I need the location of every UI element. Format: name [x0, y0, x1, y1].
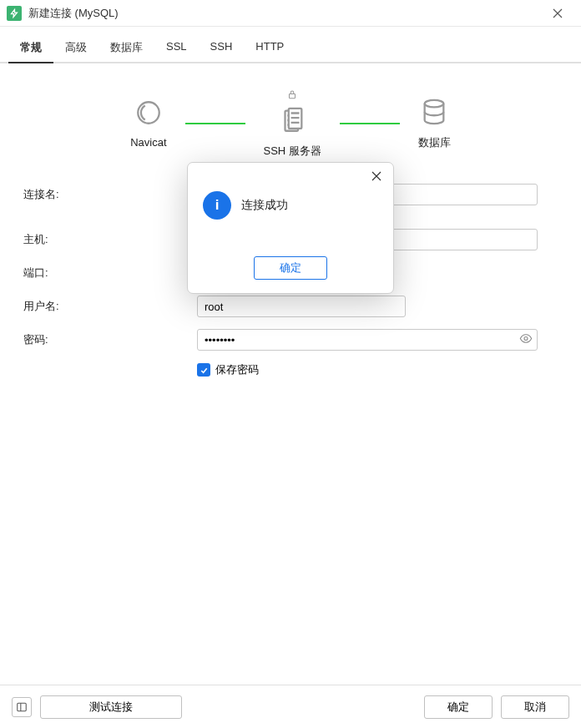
info-icon: i: [203, 191, 231, 220]
save-password-checkbox[interactable]: [197, 363, 210, 377]
dialog-ok-button[interactable]: 确定: [254, 256, 327, 280]
window-close-button[interactable]: [541, 2, 574, 25]
diagram-label-ssh: SSH 服务器: [264, 144, 321, 159]
tab-ssh[interactable]: SSH: [199, 33, 245, 62]
password-input[interactable]: [197, 329, 538, 351]
conn-name-label: 连接名:: [23, 187, 197, 202]
port-label: 端口:: [23, 265, 197, 281]
save-password-label: 保存密码: [215, 362, 259, 377]
tabs: 常规 高级 数据库 SSL SSH HTTP: [0, 27, 581, 63]
tab-general[interactable]: 常规: [8, 33, 53, 62]
tab-ssl[interactable]: SSL: [154, 33, 199, 62]
diagram-label-db: 数据库: [418, 135, 451, 150]
tab-http[interactable]: HTTP: [244, 33, 296, 62]
window-title: 新建连接 (MySQL): [28, 6, 541, 21]
tab-database[interactable]: 数据库: [99, 33, 154, 62]
svg-point-5: [524, 337, 528, 341]
app-icon: [7, 6, 22, 21]
diagram-connector: [340, 123, 400, 124]
diagram-node-navicat: Navicat: [130, 99, 166, 149]
svg-point-4: [425, 99, 444, 107]
diagram-node-db: 数据库: [418, 98, 451, 150]
connection-diagram: Navicat SSH 服务器 数据库: [0, 63, 581, 174]
username-input[interactable]: [197, 296, 406, 317]
host-label: 主机:: [23, 232, 197, 247]
diagram-label-navicat: Navicat: [130, 136, 166, 149]
test-connection-button[interactable]: 测试连接: [40, 695, 182, 719]
diagram-connector: [185, 123, 245, 124]
success-dialog: i 连接成功 确定: [187, 162, 394, 294]
dialog-close-button[interactable]: [365, 166, 388, 186]
title-bar: 新建连接 (MySQL): [0, 0, 581, 27]
footer: 测试连接 确定 取消: [0, 685, 581, 728]
navicat-icon: [134, 99, 163, 129]
tab-advanced[interactable]: 高级: [53, 33, 99, 62]
server-icon: [278, 106, 306, 137]
svg-rect-1: [290, 94, 296, 98]
svg-rect-6: [18, 703, 27, 710]
lock-icon: [286, 88, 298, 103]
dialog-message: 连接成功: [241, 198, 288, 213]
eye-icon[interactable]: [519, 332, 533, 348]
panel-toggle-button[interactable]: [12, 697, 32, 717]
diagram-node-ssh: SSH 服务器: [264, 88, 321, 159]
user-label: 用户名:: [23, 299, 197, 314]
database-icon: [420, 98, 448, 129]
cancel-button[interactable]: 取消: [501, 695, 569, 719]
password-label: 密码:: [23, 332, 197, 347]
ok-button[interactable]: 确定: [424, 695, 493, 719]
